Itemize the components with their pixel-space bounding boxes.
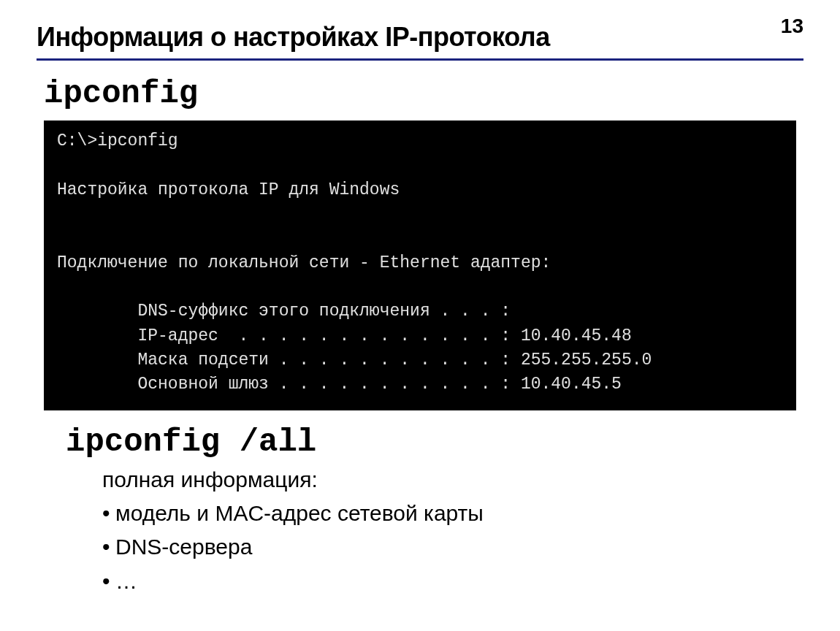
title-underline xyxy=(37,58,803,61)
info-intro: полная информация: xyxy=(102,467,803,492)
page-number: 13 xyxy=(781,15,803,38)
terminal-line: Настройка протокола IP для Windows xyxy=(57,180,400,199)
list-item: DNS-сервера xyxy=(102,530,803,565)
command-heading-ipconfig: ipconfig xyxy=(44,75,803,112)
terminal-line: C:\>ipconfig xyxy=(57,131,178,150)
header-row: Информация о настройках IP-протокола 13 xyxy=(37,22,803,53)
terminal-line: IP-адрес . . . . . . . . . . . . . : 10.… xyxy=(57,326,632,345)
list-item: модель и MAC-адрес сетевой карты xyxy=(102,497,803,531)
terminal-line: Подключение по локальной сети - Ethernet… xyxy=(57,253,551,272)
slide-title: Информация о настройках IP-протокола xyxy=(37,22,550,53)
command-heading-ipconfig-all: ipconfig /all xyxy=(66,424,803,460)
bullet-list: модель и MAC-адрес сетевой карты DNS-сер… xyxy=(102,497,803,599)
terminal-line: DNS-суффикс этого подключения . . . : xyxy=(57,302,511,321)
terminal-line: Маска подсети . . . . . . . . . . . : 25… xyxy=(57,351,652,370)
terminal-output: C:\>ipconfig Настройка протокола IP для … xyxy=(44,121,796,410)
terminal-line: Основной шлюз . . . . . . . . . . . : 10… xyxy=(57,375,622,394)
list-item: … xyxy=(102,565,803,599)
